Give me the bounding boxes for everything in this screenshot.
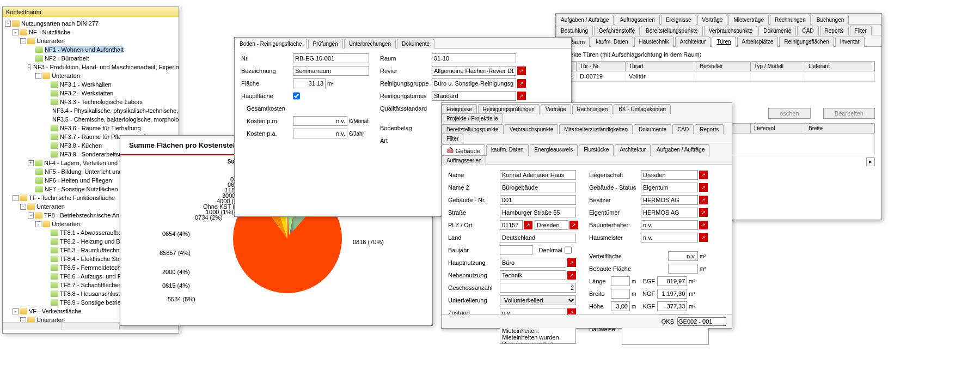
input-ngf[interactable] xyxy=(657,289,687,299)
input-gz[interactable] xyxy=(500,283,576,293)
input-nr[interactable] xyxy=(293,53,369,63)
tab-auftragsserien[interactable]: Auftragsserien xyxy=(615,15,659,25)
col-lieferant[interactable]: Lieferant xyxy=(805,62,874,71)
col-tuernr[interactable]: Tür - Nr. xyxy=(577,62,626,71)
lookup-icon[interactable]: ↗ xyxy=(567,258,576,267)
tab-kaufm[interactable]: kaufm. Daten xyxy=(591,37,633,47)
tab-gefahrenstoffe[interactable]: Gefahrenstoffe xyxy=(594,26,640,35)
lookup-icon[interactable]: ↗ xyxy=(569,221,578,229)
expand-icon[interactable]: - xyxy=(5,21,11,27)
input-nn[interactable] xyxy=(500,270,566,280)
input-lieg[interactable] xyxy=(641,170,698,180)
input-bgf[interactable] xyxy=(657,276,687,286)
tree-nf36[interactable]: NF3.6 - Räume für Tierhaltung xyxy=(60,125,141,131)
tab-ereignisse[interactable]: Ereignisse xyxy=(661,15,696,25)
input-ho[interactable] xyxy=(611,301,630,311)
tab-aufg2[interactable]: Aufgaben / Aufträge xyxy=(652,144,709,156)
tab-ereignisse2[interactable]: Ereignisse xyxy=(442,104,477,114)
expand-icon[interactable]: - xyxy=(20,38,26,44)
tree-tf87[interactable]: TF8.7 - Schachtflächen xyxy=(60,282,122,288)
tab-filter[interactable]: Filter xyxy=(850,26,872,35)
tree-unt3[interactable]: Unterarten xyxy=(36,203,65,210)
tree-nf33[interactable]: NF3.3 - Technologische Labors xyxy=(60,99,143,105)
input-gst[interactable] xyxy=(641,183,698,192)
col-typ[interactable]: Typ / Modell xyxy=(751,62,805,71)
tab-energie[interactable]: Energieausweis xyxy=(530,144,578,156)
tree-nf3[interactable]: NF3 - Produktion, Hand- und Maschinenarb… xyxy=(33,64,179,70)
input-kpa[interactable] xyxy=(293,129,347,138)
expand-icon[interactable]: - xyxy=(20,317,26,323)
expand-icon[interactable]: - xyxy=(35,221,41,227)
tab-bestuhlung[interactable]: Bestuhlung xyxy=(556,26,593,35)
tree-nf38[interactable]: NF3.8 - Küchen xyxy=(60,142,102,149)
lookup-icon[interactable]: ↗ xyxy=(699,171,708,179)
lookup-icon[interactable]: ↗ xyxy=(567,271,576,280)
tab-kaufm2[interactable]: kaufm. Daten xyxy=(486,144,528,156)
tab-reinigung[interactable]: Reinigungsflächen xyxy=(779,37,834,47)
chk-denkmal[interactable] xyxy=(565,245,572,255)
tab-bereit2[interactable]: Bereitstellungspunkte xyxy=(442,124,504,134)
tree-unt2[interactable]: Unterarten xyxy=(52,72,80,79)
tab-rechnungen2[interactable]: Rechnungen xyxy=(572,104,613,114)
tab-reports[interactable]: Reports xyxy=(820,26,849,35)
lookup-icon[interactable]: ↗ xyxy=(699,196,708,204)
lookup-icon[interactable]: ↗ xyxy=(517,79,526,88)
input-name[interactable] xyxy=(500,170,576,180)
tree-nf32[interactable]: NF3.2 - Werkstätten xyxy=(60,90,113,96)
tree-nf1[interactable]: NF1 - Wohnen und Aufenthalt xyxy=(45,46,124,53)
tab-cad2[interactable]: CAD xyxy=(672,124,694,134)
tab-rechnungen[interactable]: Rechnungen xyxy=(770,15,811,25)
col2-lieferant[interactable]: Lieferant xyxy=(751,124,805,133)
tab-flur[interactable]: Flurstücke xyxy=(579,144,614,156)
tab-dokumente[interactable]: Dokumente xyxy=(758,26,796,35)
tree-unt[interactable]: Unterarten xyxy=(36,38,65,44)
loeschen-button[interactable]: öschen xyxy=(768,108,810,119)
tab-dok[interactable]: Dokumente xyxy=(397,39,434,48)
tab-reports2[interactable]: Reports xyxy=(695,124,724,134)
input-bes[interactable] xyxy=(641,195,698,205)
input-rg[interactable] xyxy=(432,78,516,88)
tab-auftrag2[interactable]: Auftragsserien xyxy=(442,155,486,165)
lookup-icon[interactable]: ↗ xyxy=(517,66,526,75)
tab-projekte[interactable]: Projekte / Projektteile xyxy=(442,113,503,123)
input-str[interactable] xyxy=(500,208,576,217)
tree-vf[interactable]: VF - Verkehrsfläche xyxy=(29,308,82,314)
input-kgf[interactable] xyxy=(657,301,687,311)
input-plz[interactable] xyxy=(500,220,523,230)
tab-bk[interactable]: BK - Umlagekonten xyxy=(614,104,671,114)
textarea-bw[interactable] xyxy=(622,326,709,345)
input-vf[interactable] xyxy=(668,251,698,261)
scroll-right-icon[interactable]: ▸ xyxy=(866,157,875,166)
input-bez[interactable] xyxy=(293,66,369,76)
lookup-icon[interactable]: ↗ xyxy=(699,221,708,229)
tab-bereitstellung[interactable]: Bereitstellungspunkte xyxy=(641,26,703,35)
tree-nf6[interactable]: NF6 - Heilen und Pflegen xyxy=(45,177,112,184)
tab-dok2[interactable]: Dokumente xyxy=(634,124,671,134)
tab-tueren[interactable]: Türen xyxy=(712,37,736,47)
input-hm[interactable] xyxy=(641,233,698,242)
input-br[interactable] xyxy=(611,289,630,299)
input-land[interactable] xyxy=(500,233,576,242)
select-uk[interactable]: Vollunterkellert xyxy=(500,295,576,305)
tab-mitarbeiter[interactable]: Mitarbeiterzuständigkeiten xyxy=(559,124,633,134)
expand-icon[interactable]: - xyxy=(20,204,26,210)
tab-arch2[interactable]: Architektur xyxy=(615,144,651,156)
tree-tf[interactable]: TF - Technische Funktionsfläche xyxy=(29,195,115,201)
tab-cad[interactable]: CAD xyxy=(797,26,818,35)
chk-hauptflaeche[interactable] xyxy=(293,91,300,101)
col2-breite[interactable]: Breite xyxy=(805,124,874,133)
col-tuerart[interactable]: Türart xyxy=(626,62,696,71)
tree-unt4[interactable]: Unterarten xyxy=(52,221,80,227)
input-lg[interactable] xyxy=(611,276,630,286)
input-bu[interactable] xyxy=(641,220,698,230)
expand-icon[interactable]: + xyxy=(28,160,34,166)
tab-boden[interactable]: Boden - Reinigungsfläche xyxy=(235,39,307,48)
tab-pruefungen[interactable]: Prüfungen xyxy=(308,39,343,48)
input-gnr[interactable] xyxy=(500,195,576,205)
lookup-icon[interactable]: ↗ xyxy=(524,221,532,229)
lookup-icon[interactable]: ↗ xyxy=(517,92,526,100)
tab-vertraege2[interactable]: Verträge xyxy=(541,104,571,114)
status-oks-value[interactable] xyxy=(677,317,726,326)
input-name2[interactable] xyxy=(500,183,576,192)
tree-nf7[interactable]: NF7 - Sonstige Nutzflächen xyxy=(45,186,118,192)
